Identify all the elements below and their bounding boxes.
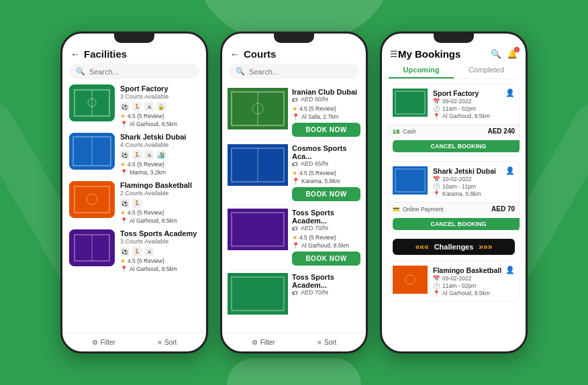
court-info: Toss Sports Academ... 🏷 AED 70/hr ★ 4.5 …	[292, 209, 360, 266]
sort-label: Sort	[324, 339, 336, 346]
phone-notch	[434, 34, 474, 43]
book-now-button[interactable]: BOOK NOW	[292, 123, 360, 137]
courts-search[interactable]: 🔍	[229, 64, 359, 79]
list-item[interactable]: Cosmos Sports Aca... 🏷 AED 65/hr ★ 4.5 (…	[228, 141, 360, 205]
chevrons-right-icon: »»»	[479, 242, 492, 252]
phone-facilities: ← Facilities 🔍 Sport Factory	[60, 32, 208, 353]
location-icon: 📍	[292, 178, 299, 184]
list-item[interactable]: Toss Sports Academ... 🏷 AED 70/hr	[228, 270, 360, 318]
search-input[interactable]	[249, 68, 352, 76]
phone-bookings: ☰ My Bookings 🔍 🔔1 Upcoming Completed	[380, 32, 528, 353]
sport-icon: 🏃	[132, 199, 142, 208]
sport-icon: ⚽	[120, 199, 130, 208]
cancel-booking-button[interactable]: CANCEL BOOKING	[393, 218, 520, 230]
tab-completed[interactable]: Completed	[454, 62, 519, 78]
court-image	[228, 273, 288, 315]
bg-decoration-bottom	[227, 358, 361, 385]
booking-card-header: Shark Jetski Dubai 👤 📅 10-02-2022 🕐 10am…	[388, 162, 520, 202]
clock-icon: 🕐	[433, 105, 440, 112]
filter-button[interactable]: ⚙ Filter	[92, 339, 115, 346]
facility-image	[69, 133, 115, 170]
location-icon: 📍	[120, 121, 128, 127]
court-location: 📍 Al Garhoud, 8.5km	[292, 242, 360, 249]
location-icon: 📍	[433, 190, 440, 197]
list-item[interactable]: Sport Factory 3 Courts Available ⚽ 🏃 ⚔ 🔒…	[69, 85, 199, 127]
booking-amount: AED 70	[491, 205, 515, 213]
court-info: Iranian Club Dubai 🏷 AED 50/hr ★ 4.5 (5 …	[292, 88, 360, 137]
phone-notch	[274, 34, 314, 43]
back-arrow-icon[interactable]: ←	[230, 49, 240, 60]
court-name: Toss Sports Academ...	[292, 273, 360, 289]
list-item[interactable]: Toss Sports Academ... 🏷 AED 70/hr ★ 4.5 …	[228, 205, 360, 270]
booking-details: Shark Jetski Dubai 👤 📅 10-02-2022 🕐 10am…	[433, 166, 515, 197]
list-item[interactable]: Toss Sports Academy 3 Courts Available ⚽…	[69, 229, 199, 272]
phones-container: ← Facilities 🔍 Sport Factory	[60, 32, 528, 353]
facilities-title: Facilities	[84, 48, 198, 60]
booking-location: 📍 Al Garhoud, 8.5km	[433, 290, 515, 296]
facility-location: 📍 Al Garhoud, 8.5km	[120, 266, 199, 272]
location-icon: 📍	[292, 113, 299, 120]
payment-info: 💵 Cash	[393, 128, 416, 135]
facility-courts: 3 Courts Available	[120, 93, 199, 100]
booking-name-row: Shark Jetski Dubai 👤	[433, 166, 515, 175]
list-item[interactable]: Shark Jetski Dubai 4 Courts Available ⚽ …	[69, 133, 199, 176]
back-arrow-icon[interactable]: ←	[70, 49, 80, 60]
booking-name: Flamingo Basketball	[433, 266, 501, 274]
courts-header: ← Courts	[222, 43, 366, 64]
search-icon[interactable]: 🔍	[491, 49, 501, 59]
facility-location: 📍 Marina, 3.2km	[120, 169, 199, 176]
sort-icon: ≡	[158, 339, 162, 346]
user-icon: 👤	[505, 166, 515, 175]
location-icon: 📍	[292, 242, 299, 249]
court-rating: ★ 4.5 (5 Review)	[292, 234, 360, 241]
sport-icon: 🏄	[156, 150, 166, 160]
menu-icon[interactable]: ☰	[390, 49, 398, 59]
location-icon: 📍	[433, 290, 440, 296]
booking-card-header: Sport Factory 👤 📅 09-02-2022 🕐 11am - 02…	[388, 84, 520, 124]
court-rating: ★ 4.5 (5 Review)	[292, 170, 360, 176]
courts-list: Iranian Club Dubai 🏷 AED 50/hr ★ 4.5 (5 …	[222, 85, 366, 333]
facilities-search[interactable]: 🔍	[69, 64, 199, 79]
cancel-booking-button[interactable]: CANCEL BOOKING	[393, 140, 520, 152]
facility-location: 📍 Al Garhoud, 8.5km	[120, 121, 199, 127]
filter-icon: ⚙	[252, 339, 258, 346]
location-icon: 📍	[120, 169, 128, 176]
court-name: Iranian Club Dubai	[292, 88, 360, 96]
booking-image	[393, 166, 428, 195]
booking-time: 🕐 11am - 02pm	[433, 105, 515, 112]
booking-card: Sport Factory 👤 📅 09-02-2022 🕐 11am - 02…	[387, 83, 520, 156]
tab-upcoming[interactable]: Upcoming	[389, 62, 454, 78]
filter-button[interactable]: ⚙ Filter	[252, 339, 275, 346]
court-info: Toss Sports Academ... 🏷 AED 70/hr	[292, 273, 360, 298]
courts-title: Courts	[244, 48, 358, 60]
facility-courts: 3 Courts Available	[120, 238, 199, 245]
book-now-button[interactable]: BOOK NOW	[292, 252, 360, 266]
list-item[interactable]: Flamingo Basketball 2 Courts Available ⚽…	[69, 181, 199, 224]
facility-sport-icons: ⚽ 🏃	[120, 199, 199, 208]
calendar-icon: 📅	[433, 176, 440, 182]
sport-icon: ⚽	[120, 102, 130, 111]
booking-name: Shark Jetski Dubai	[433, 167, 496, 175]
cash-icon: 💵	[393, 128, 400, 135]
facility-rating: ★ 4.5 (5 Review)	[120, 113, 199, 119]
sort-button[interactable]: ≡ Sort	[317, 339, 336, 346]
bookings-header: ☰ My Bookings 🔍 🔔1	[382, 43, 526, 62]
booking-footer: 💵 Cash AED 240	[388, 124, 520, 138]
book-now-button[interactable]: BOOK NOW	[292, 187, 360, 201]
search-input[interactable]	[89, 68, 193, 76]
star-icon: ★	[120, 113, 126, 119]
location-icon: 📍	[433, 113, 440, 119]
sort-button[interactable]: ≡ Sort	[158, 339, 177, 346]
booking-card-header: Flamingo Basketball 👤 📅 09-02-2022 🕐 11a…	[388, 261, 520, 301]
shark-jetski-img	[69, 133, 115, 170]
phone-content: ☰ My Bookings 🔍 🔔1 Upcoming Completed	[382, 34, 526, 351]
search-icon: 🔍	[76, 67, 85, 76]
sport-icon: 🔒	[156, 102, 166, 111]
calendar-icon: 📅	[433, 275, 440, 282]
list-item[interactable]: Iranian Club Dubai 🏷 AED 50/hr ★ 4.5 (5 …	[228, 85, 360, 141]
chevrons-left-icon: «««	[415, 242, 429, 252]
card-icon: 💳	[393, 206, 400, 213]
challenges-bar[interactable]: ««« Challenges »»»	[393, 239, 515, 255]
court-image	[228, 209, 288, 250]
notification-icon[interactable]: 🔔1	[507, 49, 518, 59]
